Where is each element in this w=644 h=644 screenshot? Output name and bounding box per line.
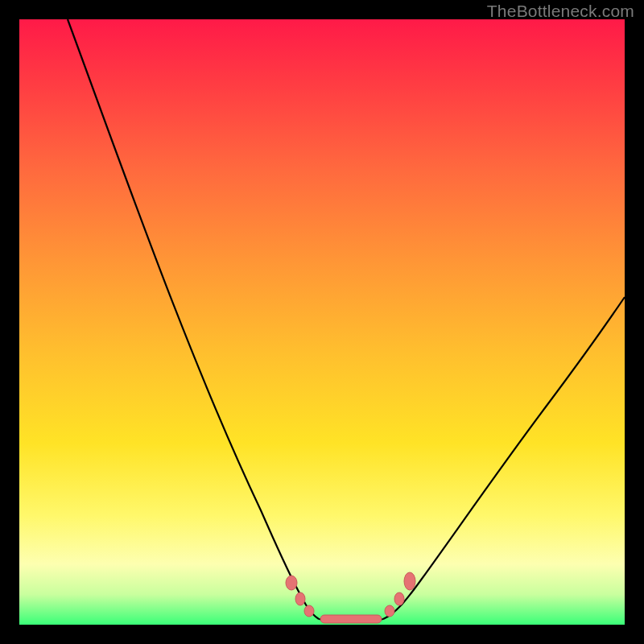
- chart-svg: [19, 19, 625, 625]
- left-curve: [68, 19, 319, 619]
- watermark-text: TheBottleneck.com: [487, 2, 634, 21]
- left-marker-1: [286, 576, 297, 590]
- right-marker-3: [404, 572, 415, 590]
- right-curve: [383, 297, 625, 619]
- right-marker-1: [385, 605, 394, 617]
- left-marker-2: [295, 592, 305, 605]
- outer-black-frame: [19, 19, 625, 625]
- floor-bar: [320, 615, 382, 623]
- right-marker-2: [394, 592, 404, 605]
- left-marker-3: [304, 605, 314, 617]
